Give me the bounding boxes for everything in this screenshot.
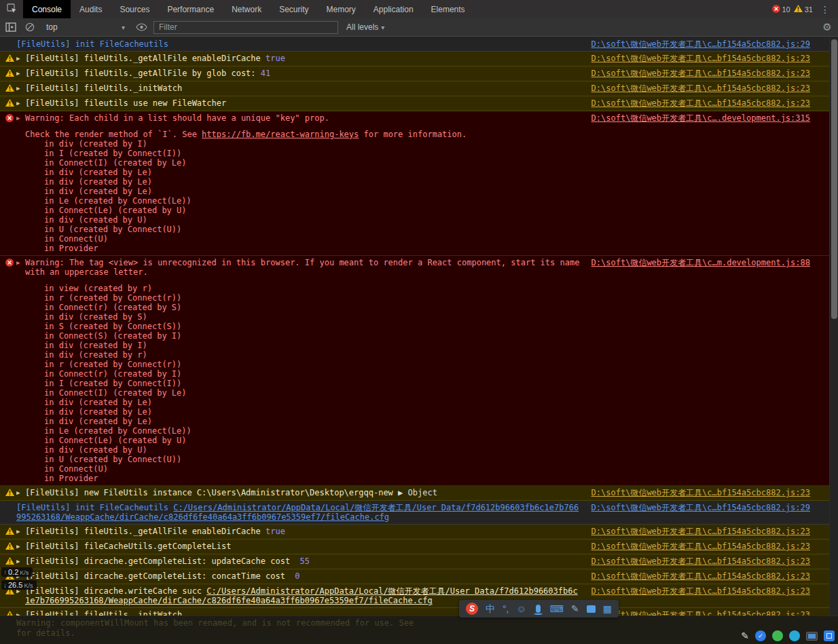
log-levels-dropdown[interactable]: All levels ▾ bbox=[346, 22, 384, 32]
source-link[interactable]: D:\soft\微信web开发者工具\c…bf154a5cbc882.js:29 bbox=[591, 39, 810, 49]
console-row-error: ▶Warning: The tag <view> is unrecognized… bbox=[0, 256, 829, 486]
dimmed-console-text: Warning: componentWillMount has been ren… bbox=[16, 618, 833, 639]
net-up-value: 0.2 bbox=[8, 568, 18, 576]
source-link[interactable]: D:\soft\微信web开发者工具\c…bf154a5cbc882.js:23 bbox=[591, 571, 810, 581]
expand-arrow-icon[interactable]: ▶ bbox=[16, 542, 25, 551]
source-link[interactable]: D:\soft\微信web开发者工具\c…bf154a5cbc882.js:23 bbox=[591, 542, 810, 551]
scrollbar[interactable] bbox=[829, 37, 838, 644]
gear-icon[interactable]: ⚙ bbox=[820, 20, 834, 34]
source-link[interactable]: D:\soft\微信web开发者工具\c…bf154a5cbc882.js:23 bbox=[591, 488, 810, 497]
stack-trace: in view (created by r)in r (created by C… bbox=[25, 284, 581, 483]
source-link[interactable]: D:\soft\微信web开发者工具\c…bf154a5cbc882.js:23 bbox=[591, 586, 810, 596]
expand-arrow-icon[interactable]: ▶ bbox=[16, 488, 25, 497]
display-tray-icon[interactable] bbox=[806, 632, 818, 641]
stack-line: in div (created by U) bbox=[25, 445, 581, 455]
tab-elements[interactable]: Elements bbox=[422, 0, 474, 18]
source-link[interactable]: D:\soft\微信web开发者工具\c…bf154a5cbc882.js:23 bbox=[591, 69, 810, 78]
keyboard-icon[interactable]: ⌨ bbox=[550, 604, 564, 613]
eye-icon[interactable] bbox=[134, 20, 148, 34]
stack-line: in Connect(S) (created by I) bbox=[25, 331, 581, 341]
stack-line: in div (created by Le) bbox=[25, 168, 581, 177]
input-method-tray-icon[interactable] bbox=[824, 630, 835, 641]
tab-memory[interactable]: Memory bbox=[318, 0, 365, 18]
mic-icon[interactable] bbox=[536, 605, 541, 613]
warning-count-badge[interactable]: 31 bbox=[794, 5, 813, 14]
menu-dots-icon[interactable]: ⋮ bbox=[816, 4, 834, 15]
expand-arrow-icon[interactable]: ▶ bbox=[16, 83, 25, 93]
stack-line: in Connect(U) bbox=[25, 464, 581, 474]
stack-line: in div (created by I) bbox=[25, 139, 581, 149]
devtools-tabs: ConsoleAuditsSourcesPerformanceNetworkSe… bbox=[23, 0, 474, 18]
error-icon bbox=[5, 258, 16, 269]
shield-tray-icon[interactable]: ✓ bbox=[755, 630, 766, 641]
source-link[interactable]: D:\soft\微信web开发者工具\c…m.development.js:88 bbox=[591, 258, 810, 267]
console-row-warn: ▶[FileUtils] fileCacheUtils.getCompleteL… bbox=[0, 539, 829, 554]
source-link[interactable]: D:\soft\微信web开发者工具\c….development.js:315 bbox=[591, 113, 810, 123]
tab-network[interactable]: Network bbox=[223, 0, 270, 18]
expand-arrow-icon[interactable]: ▶ bbox=[16, 527, 25, 536]
system-tray: ✎✓ bbox=[741, 630, 835, 641]
emoji-icon[interactable]: ☺ bbox=[517, 604, 526, 613]
console-toolbar: top ▾ All levels ▾ ⚙ bbox=[0, 18, 838, 37]
tab-performance[interactable]: Performance bbox=[158, 0, 223, 18]
warning-badge-icon bbox=[794, 5, 803, 14]
filter-input[interactable] bbox=[153, 21, 338, 34]
expand-arrow-icon[interactable]: ▶ bbox=[16, 54, 25, 63]
source-link[interactable]: D:\soft\微信web开发者工具\c…bf154a5cbc882.js:29 bbox=[591, 503, 810, 512]
error-count-badge[interactable]: 10 bbox=[772, 5, 790, 14]
warning-icon bbox=[5, 98, 16, 109]
warning-icon bbox=[5, 54, 16, 64]
console-row-warn: ▶[FileUtils] fileutils use new FileWatch… bbox=[0, 96, 829, 111]
source-link[interactable]: D:\soft\微信web开发者工具\c…bf154a5cbc882.js:23 bbox=[591, 527, 810, 536]
net-down-unit: K/s bbox=[24, 581, 33, 589]
console-row-info: [FileUtils] init FileCacheutilsD:\soft\微… bbox=[0, 37, 829, 52]
console-sidebar-icon[interactable] bbox=[4, 20, 18, 34]
expand-arrow-icon[interactable]: ▶ bbox=[16, 98, 25, 108]
console-log: [FileUtils] init FileCacheutilsD:\soft\微… bbox=[0, 37, 829, 644]
green-status-tray-icon[interactable] bbox=[772, 630, 783, 641]
source-link[interactable]: D:\soft\微信web开发者工具\c…bf154a5cbc882.js:23 bbox=[591, 98, 810, 108]
inspect-element-button[interactable] bbox=[0, 0, 23, 18]
scrollbar-thumb[interactable] bbox=[831, 39, 837, 319]
expand-arrow-icon[interactable]: ▶ bbox=[16, 258, 25, 267]
chinese-mode-icon[interactable]: 中 bbox=[486, 604, 495, 613]
warning-icon bbox=[5, 527, 16, 537]
sogou-logo-icon[interactable]: S bbox=[466, 603, 478, 615]
stack-line: in div (created by Le) bbox=[25, 177, 581, 187]
skin-icon[interactable] bbox=[587, 605, 596, 613]
expand-arrow-icon[interactable]: ▶ bbox=[16, 113, 25, 123]
tab-application[interactable]: Application bbox=[365, 0, 422, 18]
console-row-warn: ▶[FileUtils] fileUtils._getAllFile enabl… bbox=[0, 52, 829, 67]
stack-line: in Connect(Le) (created by U) bbox=[25, 206, 581, 215]
tab-sources[interactable]: Sources bbox=[111, 0, 158, 18]
source-link[interactable]: D:\soft\微信web开发者工具\c…bf154a5cbc882.js:23 bbox=[591, 54, 810, 63]
tab-console[interactable]: Console bbox=[23, 0, 71, 18]
console-message: [FileUtils] fileUtils._initWatch bbox=[25, 83, 581, 93]
stack-line: in I (created by Connect(I)) bbox=[25, 149, 581, 158]
console-message: [FileUtils] fileutils use new FileWatche… bbox=[25, 98, 581, 108]
console-message: Warning: The tag <view> is unrecognized … bbox=[25, 258, 581, 483]
clear-console-icon[interactable] bbox=[23, 20, 37, 34]
stack-line: in div (created by r) bbox=[25, 350, 581, 360]
error-count: 10 bbox=[782, 5, 790, 14]
stack-line: in Connect(r) (created by I) bbox=[25, 369, 581, 379]
stack-line: in Le (created by Connect(Le)) bbox=[25, 426, 581, 436]
console-message: Warning: Each child in a list should hav… bbox=[25, 113, 581, 253]
source-link[interactable]: D:\soft\微信web开发者工具\c…bf154a5cbc882.js:23 bbox=[591, 83, 810, 93]
toolbox-icon[interactable]: ▦ bbox=[603, 604, 612, 613]
stack-line: in view (created by r) bbox=[25, 284, 581, 293]
tab-audits[interactable]: Audits bbox=[71, 0, 111, 18]
stack-line: in U (created by Connect(U)) bbox=[25, 225, 581, 234]
handwriting-icon[interactable]: ✎ bbox=[571, 604, 579, 613]
expand-arrow-icon[interactable]: ▶ bbox=[16, 556, 25, 566]
context-selector[interactable]: top ▾ bbox=[42, 22, 129, 32]
expand-arrow-icon[interactable]: ▶ bbox=[16, 69, 25, 78]
blue-status-tray-icon[interactable] bbox=[789, 630, 800, 641]
punctuation-icon[interactable]: °, bbox=[503, 604, 509, 613]
source-link[interactable]: D:\soft\微信web开发者工具\c…bf154a5cbc882.js:23 bbox=[591, 556, 810, 566]
console-row-error: ▶Warning: Each child in a list should ha… bbox=[0, 111, 829, 256]
tab-security[interactable]: Security bbox=[270, 0, 317, 18]
pen-tray-icon[interactable]: ✎ bbox=[741, 630, 749, 641]
console-row-warn: ▶[FileUtils] new FileUtils instance C:\U… bbox=[0, 486, 829, 501]
stack-line: in Connect(Le) (created by U) bbox=[25, 436, 581, 445]
